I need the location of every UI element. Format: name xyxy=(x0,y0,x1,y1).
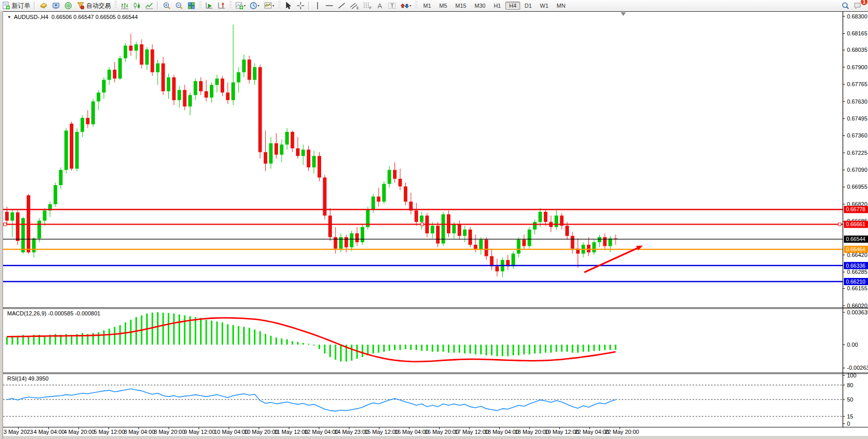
horizontal-line-button[interactable] xyxy=(323,1,336,11)
indicators-button[interactable] xyxy=(233,1,248,11)
svg-text:F: F xyxy=(369,6,371,10)
toolbar-grip xyxy=(229,1,232,10)
rsi-axis: 1008050150 xyxy=(843,372,856,427)
search-icon xyxy=(841,2,850,10)
svg-text:0.66155: 0.66155 xyxy=(847,285,867,291)
svg-text:0.66778: 0.66778 xyxy=(846,206,865,212)
svg-text:0.67495: 0.67495 xyxy=(847,115,867,122)
svg-text:19 May 12:00: 19 May 12:00 xyxy=(545,429,579,435)
equidistant-channel-icon: E xyxy=(350,2,359,10)
chart-shift-button[interactable] xyxy=(215,1,228,11)
text-icon: A xyxy=(377,2,384,10)
time-axis: 3 May 20234 May 04:004 May 20:005 May 12… xyxy=(4,427,639,435)
toolbar-separator xyxy=(34,2,36,10)
tile-windows-icon xyxy=(187,2,195,10)
timeframe-m1[interactable]: M1 xyxy=(420,2,435,10)
zoom-in-button[interactable] xyxy=(161,1,173,11)
timeframe-m5[interactable]: M5 xyxy=(436,2,450,10)
new-order-label: 新订单 xyxy=(12,2,30,10)
trendline-button[interactable] xyxy=(336,1,348,11)
zoom-out-icon xyxy=(175,2,183,10)
chart-symbol-period: AUDUSD-,H4 xyxy=(14,14,48,20)
bar-chart-button[interactable] xyxy=(119,1,131,11)
horizontal-line-icon xyxy=(325,2,333,10)
line-handle[interactable] xyxy=(421,223,424,226)
chevron-down-icon: ▼ xyxy=(7,15,11,19)
periods-clock-icon xyxy=(250,2,260,10)
toolbar-grip xyxy=(114,1,117,10)
toolbar-separator xyxy=(308,2,310,10)
fibonacci-icon: F xyxy=(363,2,372,10)
text-button[interactable]: A xyxy=(374,1,386,11)
svg-text:22 May 20:00: 22 May 20:00 xyxy=(605,429,639,435)
svg-text:0.003635: 0.003635 xyxy=(847,309,868,315)
rsi-indicator-label: RSI(14) 49.3950 xyxy=(7,375,49,382)
svg-text:0.67090: 0.67090 xyxy=(847,167,867,173)
auto-scroll-button[interactable] xyxy=(203,1,215,11)
profiles-button[interactable] xyxy=(50,1,62,11)
svg-text:0.66544: 0.66544 xyxy=(846,236,865,242)
svg-text:0.66285: 0.66285 xyxy=(847,269,867,275)
timeframe-m15[interactable]: M15 xyxy=(452,2,470,10)
svg-text:10 May 20:00: 10 May 20:00 xyxy=(244,429,279,435)
svg-text:0.66020: 0.66020 xyxy=(847,303,867,309)
periods-button[interactable] xyxy=(248,1,262,11)
vertical-line-button[interactable] xyxy=(312,1,323,11)
arrows-icon xyxy=(400,2,411,10)
svg-text:8 May 04:00: 8 May 04:00 xyxy=(124,429,155,435)
timeframe-d1[interactable]: D1 xyxy=(521,2,536,10)
svg-text:16 May 20:00: 16 May 20:00 xyxy=(424,429,459,435)
new-order-button[interactable]: 新订单 xyxy=(0,1,32,11)
new-order-icon xyxy=(2,2,10,10)
line-handle[interactable] xyxy=(4,223,7,226)
crosshair-button[interactable] xyxy=(294,1,307,11)
timeframe-h4[interactable]: H4 xyxy=(505,2,520,10)
chart-window: 0.683000.681650.680350.679000.677650.676… xyxy=(3,11,868,439)
svg-text:15 May 12:00: 15 May 12:00 xyxy=(364,429,399,435)
chart-shift-marker[interactable] xyxy=(621,12,626,16)
toolbar-separator xyxy=(157,2,159,10)
tile-windows-button[interactable] xyxy=(185,1,198,11)
svg-text:0.67765: 0.67765 xyxy=(847,81,867,87)
macd-indicator-label: MACD(12,26,9) -0.000585 -0.000801 xyxy=(7,310,101,316)
line-handle[interactable] xyxy=(838,223,841,226)
equidistant-channel-button[interactable]: E xyxy=(348,1,361,11)
candlestick-chart-button[interactable] xyxy=(131,1,143,11)
arrows-button[interactable] xyxy=(398,1,413,11)
chart-title: ▼AUDUSD-,H4 0.66506 0.66547 0.66505 0.66… xyxy=(7,14,138,20)
signals-button[interactable] xyxy=(62,1,74,11)
svg-text:-0.00263: -0.00263 xyxy=(847,365,868,371)
svg-text:5 May 12:00: 5 May 12:00 xyxy=(94,429,125,435)
timeframe-w1[interactable]: W1 xyxy=(537,2,553,10)
vertical-line-icon xyxy=(314,2,321,10)
text-label-button[interactable]: T xyxy=(386,1,398,11)
svg-text:9 May 12:00: 9 May 12:00 xyxy=(184,429,215,435)
timeframe-m30[interactable]: M30 xyxy=(471,2,489,10)
timeframe-h1[interactable]: H1 xyxy=(490,2,504,10)
notifications-button[interactable]: 1 xyxy=(852,1,864,11)
autotrading-button[interactable]: 自动交易 xyxy=(74,1,113,11)
cursor-button[interactable] xyxy=(282,1,294,11)
zoom-out-button[interactable] xyxy=(173,1,185,11)
rsi-indicator xyxy=(3,385,843,416)
svg-text:3 May 2023: 3 May 2023 xyxy=(4,429,33,435)
templates-button[interactable] xyxy=(262,1,277,11)
main-toolbar: 新订单 自动交易 xyxy=(0,0,868,12)
chart-canvas[interactable]: 0.683000.681650.680350.679000.677650.676… xyxy=(3,11,868,439)
hline-0.66661[interactable] xyxy=(3,223,843,226)
svg-text:0.67360: 0.67360 xyxy=(847,132,867,138)
svg-text:14 May 23:00: 14 May 23:00 xyxy=(334,429,369,435)
fibonacci-button[interactable]: F xyxy=(361,1,374,11)
svg-text:22 May 04:00: 22 May 04:00 xyxy=(575,429,609,435)
svg-text:0.68035: 0.68035 xyxy=(847,47,867,53)
new-chart-button[interactable] xyxy=(37,1,50,11)
macd-indicator xyxy=(7,312,616,362)
templates-icon xyxy=(264,2,274,10)
bar-chart-icon xyxy=(121,2,129,10)
profiles-icon xyxy=(52,2,60,10)
timeframe-mn[interactable]: MN xyxy=(553,2,569,10)
signals-icon xyxy=(64,2,72,10)
search-button[interactable] xyxy=(839,1,852,11)
svg-text:0.00: 0.00 xyxy=(847,342,858,348)
line-chart-button[interactable] xyxy=(143,1,155,11)
